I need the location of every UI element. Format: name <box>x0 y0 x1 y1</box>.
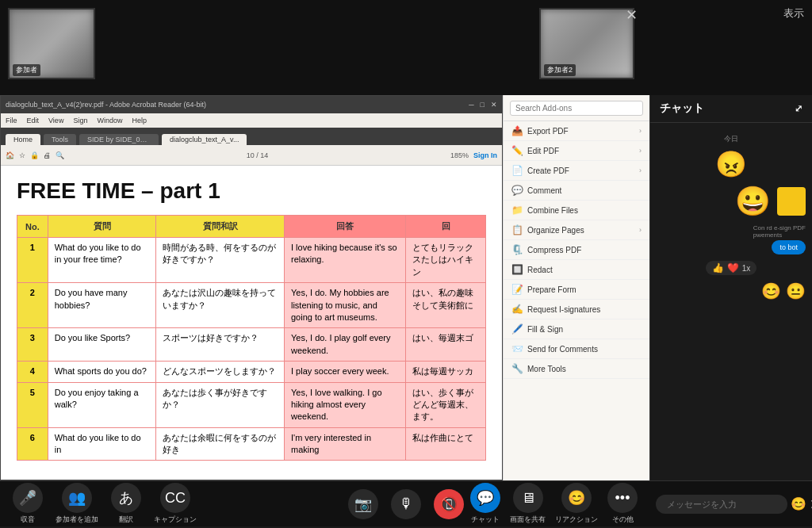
camera-icon: 📷 <box>348 489 378 519</box>
name-tag-left: 参加者 <box>13 64 40 76</box>
tool-icon-5: 📋 <box>511 224 523 235</box>
tool-label-9: Request I-signatures <box>527 305 600 314</box>
table-row: 3 Do you like Sports? スポーツは好きですか？ Yes, I… <box>17 328 486 362</box>
pdf-window-title: dialogclub_text_A_v4(2)rev.pdf - Adobe A… <box>6 101 462 109</box>
chat-bubble-right: to bot <box>772 240 806 254</box>
tab-home[interactable]: Home <box>6 134 40 145</box>
menu-edit[interactable]: Edit <box>27 117 40 124</box>
cell-no-3: 4 <box>17 362 48 382</box>
tools-search <box>504 95 649 121</box>
chat-header: チャット ⤢ <box>650 95 812 123</box>
display-label: 表示 <box>783 6 804 21</box>
share-label: 画面を共有 <box>510 515 546 525</box>
toolbar-icon-star[interactable]: ☆ <box>19 151 25 159</box>
cell-no-0: 1 <box>17 238 48 283</box>
tools-list: 📤 Export PDF › ✏️ Edit PDF › 📄 Create PD… <box>504 121 649 379</box>
cell-ans-1: Yes, I do. My hobbies are listening to m… <box>284 283 405 328</box>
tool-item-compress-pdf[interactable]: 🗜️ Compress PDF <box>504 240 649 260</box>
cell-qtrans-4: あなたは歩く事が好きですか？ <box>156 382 285 427</box>
tool-label-6: Compress PDF <box>527 246 581 254</box>
tool-item-organize-pages[interactable]: 📋 Organize Pages › <box>504 220 649 240</box>
sign-in-btn[interactable]: Sign In <box>473 151 497 159</box>
tools-search-input[interactable] <box>510 101 643 116</box>
tool-icon-0: 📤 <box>511 125 523 136</box>
reaction-btn[interactable]: 😊 リアクション <box>555 483 598 525</box>
tool-label-1: Edit PDF <box>527 147 559 155</box>
tool-icon-8: 📝 <box>511 284 523 295</box>
pdf-titlebar: dialogclub_text_A_v4(2)rev.pdf - Adobe A… <box>1 96 502 113</box>
tool-item-edit-pdf[interactable]: ✏️ Edit PDF › <box>504 141 649 161</box>
page-info: 10 / 14 <box>69 151 446 159</box>
chat-title: チャット <box>660 101 704 116</box>
toolbar-icon-home[interactable]: 🏠 <box>6 151 14 159</box>
tool-icon-10: 🖊️ <box>511 323 523 335</box>
share-btn[interactable]: 🖥 画面を共有 <box>510 483 546 525</box>
chat-close-icon[interactable]: ✕ <box>626 6 638 24</box>
pdf-body: FREE TIME – part 1 No. 質問 質問和訳 回答 回 1 Wh… <box>1 166 502 480</box>
mute-btn[interactable]: 🎤 収音 <box>13 483 43 525</box>
pdf-viewer: dialogclub_text_A_v4(2)rev.pdf - Adobe A… <box>0 95 503 480</box>
tab-active[interactable]: dialogclub_text_A_v... <box>162 134 247 145</box>
menu-file[interactable]: File <box>6 117 17 124</box>
table-row: 4 What sports do you do? どんなスポーツをしますか？ I… <box>17 362 486 382</box>
cell-q-4: Do you enjoy taking a walk? <box>48 382 156 427</box>
chat-message-emoji1: 😠 <box>657 149 806 179</box>
menu-help[interactable]: Help <box>132 117 147 124</box>
video-thumb-center: 参加者2 <box>539 8 634 79</box>
tab-tools[interactable]: Tools <box>44 134 76 145</box>
tool-item-request-i-signatures[interactable]: ✍️ Request I-signatures <box>504 300 649 319</box>
chat-message-bubble: Con rd e-sign PDFpwements to bot <box>657 224 806 254</box>
tool-item-send-for-comments[interactable]: 📨 Send for Comments <box>504 339 649 359</box>
chat-expand-icon[interactable]: ⤢ <box>795 103 802 114</box>
toolbar-icon-print[interactable]: 🖨 <box>44 151 51 159</box>
chat-input[interactable] <box>656 495 787 514</box>
camera-btn[interactable]: 📷 <box>348 489 378 519</box>
window-minimize[interactable]: ─ <box>469 101 473 109</box>
tool-item-export-pdf[interactable]: 📤 Export PDF › <box>504 121 649 141</box>
tab-side[interactable]: SIDE by SIDE_02.pdf <box>79 134 159 145</box>
translate-btn[interactable]: あ 翻訳 <box>111 483 141 525</box>
emoji-neutral: 😐 <box>786 281 806 300</box>
col-header-question: 質問 <box>48 216 156 238</box>
share-icon: 🖥 <box>513 483 543 513</box>
cell-q-1: Do you have many hobbies? <box>48 283 156 328</box>
controls-left: 🎤 収音 👥 参加者を追加 あ 翻訳 CC キャプション <box>0 483 209 525</box>
menu-view[interactable]: View <box>48 117 63 124</box>
top-right-controls: 表示 <box>783 6 804 21</box>
col-header-qtrans: 質問和訳 <box>156 216 285 238</box>
tool-item-combine-files[interactable]: 📁 Combine Files <box>504 201 649 220</box>
window-maximize[interactable]: □ <box>481 101 485 109</box>
chat-btn[interactable]: 💬 チャット <box>470 483 500 525</box>
cell-no-2: 3 <box>17 328 48 362</box>
menu-sign[interactable]: Sign <box>73 117 87 124</box>
tool-item-create-pdf[interactable]: 📄 Create PDF › <box>504 161 649 181</box>
menu-window[interactable]: Window <box>97 117 122 124</box>
tool-item-prepare-form[interactable]: 📝 Prepare Form <box>504 280 649 300</box>
more-btn[interactable]: ••• その他 <box>607 483 638 525</box>
window-close[interactable]: ✕ <box>491 101 497 109</box>
add-participant-btn[interactable]: 👥 参加者を追加 <box>56 483 98 525</box>
tool-arrow-2: › <box>639 166 642 174</box>
emoji-picker-icon[interactable]: 😊 <box>791 496 806 511</box>
chat-date: 今日 <box>657 134 806 144</box>
meeting-controls: 🎤 収音 👥 参加者を追加 あ 翻訳 CC キャプション 📷 🎙 📵 💬 <box>0 480 812 526</box>
tool-item-more-tools[interactable]: 🔧 More Tools <box>504 359 649 379</box>
cell-no-4: 5 <box>17 382 48 427</box>
mute-label: 収音 <box>21 515 35 525</box>
chat-label: Con rd e-sign PDFpwements <box>753 224 806 239</box>
tool-item-comment[interactable]: 💬 Comment <box>504 181 649 201</box>
end-call-btn[interactable]: 📵 <box>434 489 464 519</box>
translate-label: 翻訳 <box>119 515 133 525</box>
tool-icon-6: 🗜️ <box>511 244 523 255</box>
tool-icon-1: ✏️ <box>511 145 523 156</box>
caption-btn[interactable]: CC キャプション <box>154 483 197 525</box>
emoji-angry: 😠 <box>657 149 806 179</box>
mic-btn[interactable]: 🎙 <box>391 489 421 519</box>
toolbar-icon-lock[interactable]: 🔒 <box>30 151 39 159</box>
tool-item-redact[interactable]: 🔲 Redact <box>504 260 649 280</box>
toolbar-icon-search[interactable]: 🔍 <box>56 151 64 159</box>
chat-label: チャット <box>471 515 500 525</box>
controls-right: 💬 チャット 🖥 画面を共有 😊 リアクション ••• その他 <box>470 483 638 525</box>
tool-item-fill-&-sign[interactable]: 🖊️ Fill & Sign <box>504 319 649 339</box>
cell-qtrans-1: あなたは沢山の趣味を持っていますか？ <box>156 283 285 328</box>
